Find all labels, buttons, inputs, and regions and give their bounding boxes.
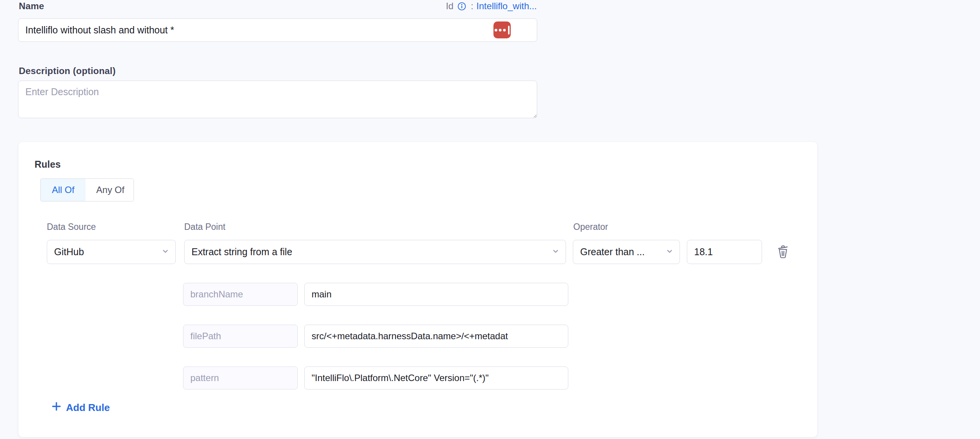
chevron-down-icon (552, 246, 559, 257)
param-key-input[interactable] (183, 325, 298, 348)
chevron-down-icon (162, 246, 169, 257)
delete-rule-button[interactable] (774, 243, 792, 261)
plus-icon (51, 401, 61, 414)
lastpass-dot (495, 29, 497, 31)
data-point-select[interactable]: Extract string from a file (184, 240, 566, 264)
param-key-input[interactable] (183, 366, 298, 389)
data-point-label: Data Point (184, 222, 225, 232)
all-of-toggle[interactable]: All Of (41, 179, 86, 201)
description-textarea[interactable] (18, 81, 537, 118)
trash-icon (774, 256, 791, 261)
operator-label: Operator (573, 222, 608, 232)
rule-match-toggle: All Of Any Of (40, 178, 134, 201)
id-value-link[interactable]: Intelliflo_with... (477, 1, 537, 12)
name-label: Name (19, 1, 44, 12)
lastpass-bar (508, 26, 510, 35)
rules-card: Rules All Of Any Of Data Source Data Poi… (18, 142, 817, 437)
data-source-label: Data Source (47, 222, 96, 232)
id-colon: : (471, 1, 474, 12)
description-label: Description (optional) (19, 66, 115, 76)
id-label: Id (446, 1, 454, 12)
data-point-value: Extract string from a file (191, 246, 292, 257)
entity-id-row: Id : Intelliflo_with... (446, 1, 537, 12)
name-field-header: Name Id : Intelliflo_with... (19, 1, 537, 12)
operator-value: Greater than ... (580, 246, 645, 257)
name-input[interactable] (18, 18, 537, 42)
chevron-down-icon (666, 246, 673, 257)
param-key-input[interactable] (183, 283, 298, 306)
any-of-toggle[interactable]: Any Of (87, 179, 134, 201)
lastpass-dot (499, 29, 502, 31)
add-rule-label: Add Rule (66, 402, 110, 414)
lastpass-autofill-icon[interactable] (493, 21, 511, 38)
param-value-input[interactable] (304, 366, 568, 389)
info-icon[interactable] (457, 2, 466, 11)
data-source-value: GitHub (54, 246, 84, 257)
param-value-input[interactable] (304, 283, 568, 306)
param-value-input[interactable] (304, 325, 568, 348)
rules-title: Rules (35, 159, 61, 170)
lastpass-dot (503, 29, 506, 31)
operator-select[interactable]: Greater than ... (573, 240, 680, 264)
add-rule-button[interactable]: Add Rule (51, 401, 110, 414)
data-source-select[interactable]: GitHub (47, 240, 176, 264)
operator-value-input[interactable] (687, 240, 762, 264)
